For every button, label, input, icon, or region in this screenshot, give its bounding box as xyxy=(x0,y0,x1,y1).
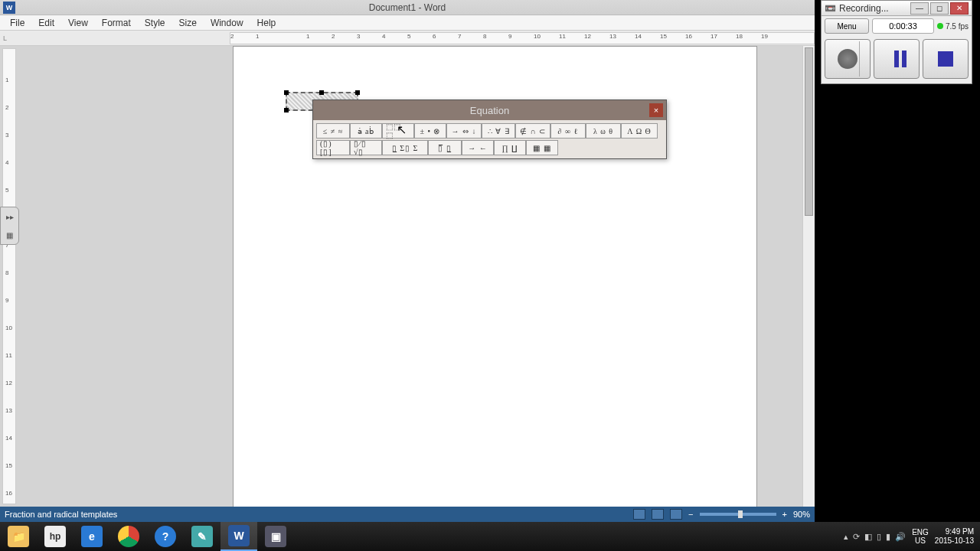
taskbar-sticky[interactable]: ✎ xyxy=(184,522,220,551)
pause-button[interactable] xyxy=(874,39,920,79)
grid-icon: ▦ xyxy=(6,231,13,240)
tray-language[interactable]: ENGUS xyxy=(912,528,929,545)
recording-title-bar[interactable]: 📼 Recording... — ◻ ✕ xyxy=(822,1,972,16)
ruler-corner: L xyxy=(0,31,230,46)
status-text: Fraction and radical templates xyxy=(5,510,117,519)
menu-window[interactable]: Window xyxy=(204,16,250,30)
word-title: Document1 - Word xyxy=(0,2,815,13)
logical-symbols-button[interactable]: ∴ ∀ ∃ xyxy=(482,123,515,139)
zoom-slider[interactable] xyxy=(700,513,776,516)
relational-symbols-button[interactable]: ≤ ≠ ≈ xyxy=(316,123,350,139)
notes-icon: ✎ xyxy=(191,526,213,547)
equation-close-button[interactable]: × xyxy=(649,103,663,117)
view-web-button[interactable] xyxy=(670,509,682,520)
menu-edit[interactable]: Edit xyxy=(31,16,61,30)
taskbar-explorer[interactable]: 📁 xyxy=(0,522,37,551)
menu-format[interactable]: Format xyxy=(95,16,138,30)
minimize-button[interactable]: — xyxy=(910,2,929,15)
tray-security-icon[interactable]: ◧ xyxy=(864,532,872,542)
word-icon: W xyxy=(228,525,250,546)
scrollbar-vertical[interactable] xyxy=(802,46,815,507)
menu-style[interactable]: Style xyxy=(138,16,172,30)
record-dropdown[interactable] xyxy=(859,41,868,77)
folder-icon: 📁 xyxy=(8,526,29,547)
operator-symbols-button[interactable]: ± • ⊗ xyxy=(414,123,446,139)
record-button[interactable] xyxy=(825,39,871,79)
recording-buttons xyxy=(822,36,972,82)
view-print-layout-button[interactable] xyxy=(633,509,645,520)
recording-time: 0:00:33 xyxy=(872,18,934,34)
view-read-button[interactable] xyxy=(652,509,664,520)
products-button[interactable]: ∏ ∐ xyxy=(494,140,526,155)
status-bar: Fraction and radical templates − + 90% xyxy=(0,507,815,522)
zoom-out-button[interactable]: − xyxy=(688,510,693,519)
ruler-row: L 2112345678910111213141516171819 xyxy=(0,31,815,46)
maximize-button[interactable]: ◻ xyxy=(930,2,949,15)
tray-up-icon[interactable]: ▴ xyxy=(844,532,848,542)
tray-icons[interactable]: ▴ ⟳ ◧ ▯ ▮ 🔊 xyxy=(844,532,906,542)
fraction-radical-templates-button[interactable]: ▯⁄▯ √▯ xyxy=(350,140,382,155)
status-right: − + 90% xyxy=(633,509,810,520)
greek-uppercase-button[interactable]: Λ Ω Θ xyxy=(621,123,658,139)
recording-window[interactable]: 📼 Recording... — ◻ ✕ Menu 0:00:33 7.5 fp… xyxy=(821,0,972,84)
embellishments-button[interactable]: ȧ aḃ xyxy=(350,123,382,139)
stop-button[interactable] xyxy=(923,39,969,79)
recording-app-icon: 📼 xyxy=(825,3,836,14)
underbar-overbar-button[interactable]: ▯̅ ▯̲ xyxy=(428,140,462,155)
resize-handle[interactable] xyxy=(355,90,360,95)
word-title-bar[interactable]: W Document1 - Word xyxy=(0,0,815,15)
equation-palettes: ≤ ≠ ≈ ȧ aḃ ⬚⬚ ⬚ ± • ⊗ → ⇔ ↓ ∴ ∀ ∃ ∉ ∩ ⊂ … xyxy=(313,120,666,158)
tray-volume-icon[interactable]: 🔊 xyxy=(895,532,906,542)
app-icon: ▣ xyxy=(265,526,286,547)
menu-bar: File Edit View Format Style Size Window … xyxy=(0,15,815,31)
tray-sync-icon[interactable]: ⟳ xyxy=(853,532,860,542)
side-panel-toggle[interactable]: ▸▸ ▦ xyxy=(0,207,19,245)
subscript-superscript-button[interactable]: ▯̲ Σ▯ Σ xyxy=(382,140,428,155)
tray-clock[interactable]: 9:49 PM2015-10-13 xyxy=(935,527,974,546)
menu-view[interactable]: View xyxy=(61,16,95,30)
equation-template-row: (▯) [▯] ▯⁄▯ √▯ ▯̲ Σ▯ Σ ▯̅ ▯̲ → ← ∏ ∐ ▦ ▦ xyxy=(316,140,663,155)
equation-symbol-row: ≤ ≠ ≈ ȧ aḃ ⬚⬚ ⬚ ± • ⊗ → ⇔ ↓ ∴ ∀ ∃ ∉ ∩ ⊂ … xyxy=(316,123,663,139)
zoom-level[interactable]: 90% xyxy=(793,510,810,519)
resize-handle[interactable] xyxy=(284,108,289,112)
close-button[interactable]: ✕ xyxy=(950,2,969,15)
fence-templates-button[interactable]: (▯) [▯] xyxy=(316,140,350,155)
word-window: W Document1 - Word File Edit View Format… xyxy=(0,0,815,522)
greek-lowercase-button[interactable]: λ ω θ xyxy=(586,123,621,139)
recording-menu-button[interactable]: Menu xyxy=(825,18,869,34)
resize-handle[interactable] xyxy=(319,90,324,95)
misc-symbols-button[interactable]: ∂ ∞ ℓ xyxy=(550,123,586,139)
matrix-templates-button[interactable]: ▦ ▦ xyxy=(526,140,558,155)
hp-icon: hp xyxy=(44,526,66,547)
recording-info-row: Menu 0:00:33 7.5 fps xyxy=(822,16,972,36)
taskbar-help[interactable]: ? xyxy=(147,522,184,551)
labeled-arrow-button[interactable]: → ← xyxy=(462,140,494,155)
spaces-button[interactable]: ⬚⬚ ⬚ xyxy=(382,123,414,139)
recording-fps: 7.5 fps xyxy=(937,22,969,31)
taskbar-hp[interactable]: hp xyxy=(37,522,74,551)
tray-battery-icon[interactable]: ▯ xyxy=(877,532,881,542)
chrome-icon xyxy=(118,526,139,547)
resize-handle[interactable] xyxy=(284,90,289,95)
system-tray: ▴ ⟳ ◧ ▯ ▮ 🔊 ENGUS 9:49 PM2015-10-13 xyxy=(838,527,980,546)
equation-toolbar-title[interactable]: Equation × xyxy=(313,100,666,120)
menu-help[interactable]: Help xyxy=(250,16,283,30)
arrow-symbols-button[interactable]: → ⇔ ↓ xyxy=(446,123,482,139)
chevron-right-icon: ▸▸ xyxy=(6,213,14,221)
ruler-horizontal[interactable]: 2112345678910111213141516171819 xyxy=(230,32,815,44)
ie-icon: e xyxy=(81,526,103,547)
zoom-in-button[interactable]: + xyxy=(782,510,787,519)
taskbar-app[interactable]: ▣ xyxy=(257,522,294,551)
menu-file[interactable]: File xyxy=(3,16,31,30)
taskbar-word[interactable]: W xyxy=(220,522,257,551)
set-symbols-button[interactable]: ∉ ∩ ⊂ xyxy=(515,123,550,139)
tray-network-icon[interactable]: ▮ xyxy=(886,532,890,542)
menu-size[interactable]: Size xyxy=(172,16,204,30)
taskbar-ie[interactable]: e xyxy=(74,522,110,551)
scrollbar-thumb[interactable] xyxy=(805,47,813,216)
equation-toolbar-window[interactable]: Equation × ≤ ≠ ≈ ȧ aḃ ⬚⬚ ⬚ ± • ⊗ → ⇔ ↓ ∴… xyxy=(312,99,667,159)
ruler-vertical[interactable]: 12345678910111213141516 xyxy=(2,48,16,504)
taskbar-chrome[interactable] xyxy=(110,522,147,551)
equation-title-label: Equation xyxy=(470,105,509,116)
taskbar: 📁 hp e ? ✎ W ▣ ▴ ⟳ ◧ ▯ ▮ 🔊 ENGUS 9:49 PM… xyxy=(0,522,980,551)
